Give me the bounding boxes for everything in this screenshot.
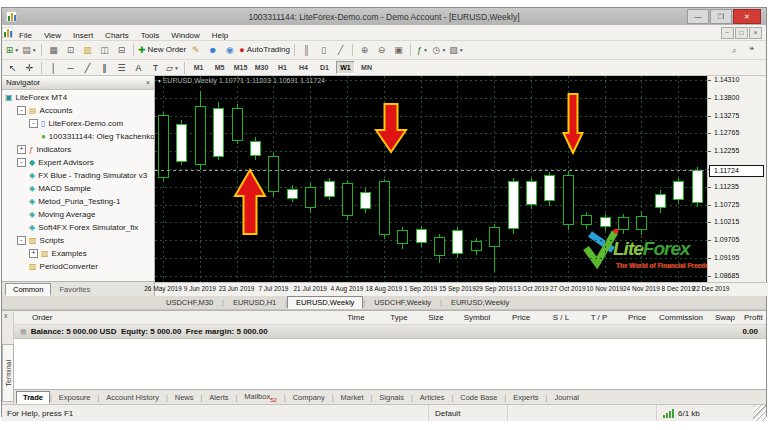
balance-row[interactable]: ▦ Balance: 5 000.00 USD Equity: 5 000.00… bbox=[14, 325, 766, 339]
chart-tab-usdchf-weekly[interactable]: USDCHF,Weekly bbox=[365, 296, 440, 309]
cursor-tool-button[interactable]: ↖ bbox=[5, 61, 20, 75]
templates-button[interactable]: ▧▼ bbox=[449, 43, 464, 57]
fibonacci-tool-button[interactable]: ☰ bbox=[114, 61, 129, 75]
terminal-tab-company[interactable]: Company bbox=[286, 391, 332, 404]
menu-file[interactable]: File bbox=[13, 31, 38, 40]
channel-tool-button[interactable]: ∥ bbox=[97, 61, 112, 75]
shapes-tool-button[interactable]: ▱▼ bbox=[165, 61, 180, 75]
terminal-column-time[interactable]: Time bbox=[332, 313, 380, 322]
terminal-tab-journal[interactable]: Journal bbox=[547, 391, 586, 404]
timeframe-m30-button[interactable]: M30 bbox=[252, 61, 271, 74]
new-chart-button[interactable]: ⊞▼ bbox=[5, 43, 20, 57]
terminal-column-tp[interactable]: T / P bbox=[580, 313, 618, 322]
zoom-out-button[interactable]: ⊖ bbox=[374, 43, 389, 57]
terminal-tab-alerts[interactable]: Alerts bbox=[202, 391, 235, 404]
chart-tab-eurusd-h1[interactable]: EURUSD,H1 bbox=[224, 296, 285, 309]
horizontal-line-tool-button[interactable]: ─ bbox=[63, 61, 78, 75]
expand-icon[interactable]: + bbox=[17, 145, 26, 154]
trendline-tool-button[interactable]: ╱ bbox=[80, 61, 95, 75]
crosshair-tool-button[interactable]: ✛ bbox=[22, 61, 37, 75]
menu-view[interactable]: View bbox=[38, 31, 67, 40]
terminal-tab-articles[interactable]: Articles bbox=[413, 391, 452, 404]
minimize-button[interactable]: — bbox=[687, 9, 709, 24]
chart-minimize-button[interactable]: − bbox=[721, 27, 734, 39]
terminal-tab-signals[interactable]: Signals bbox=[372, 391, 411, 404]
chart-tab-eurusd-weekly[interactable]: EURUSD,Weekly bbox=[442, 296, 518, 309]
chart-tab-eurusd-weekly[interactable]: EURUSD,Weekly bbox=[287, 296, 363, 309]
tree-item[interactable]: ◈MACD Sample bbox=[2, 182, 154, 195]
tree-item[interactable]: ▣LiteForex MT4 bbox=[2, 91, 154, 104]
terminal-tab-experts[interactable]: Experts bbox=[506, 391, 545, 404]
tree-item[interactable]: ◈Soft4FX Forex Simulator_fix bbox=[2, 221, 154, 234]
terminal-column-profit[interactable]: Profit bbox=[744, 313, 766, 322]
data-window-button[interactable]: ⊡ bbox=[63, 43, 78, 57]
tree-item[interactable]: -▨Scripts bbox=[2, 234, 154, 247]
strategy-tester-button[interactable]: ⊟ bbox=[114, 43, 129, 57]
title-bar[interactable]: 1003311144: LiteForex-Demo.com - Demo Ac… bbox=[2, 8, 766, 25]
tile-windows-button[interactable]: ▣ bbox=[391, 43, 406, 57]
navigator-tab-favorites[interactable]: Favorites bbox=[51, 283, 98, 296]
timeframe-d1-button[interactable]: D1 bbox=[315, 61, 334, 74]
candlestick-mode-button[interactable]: ▯ bbox=[316, 43, 331, 57]
collapse-icon[interactable]: - bbox=[17, 236, 26, 245]
resize-grip[interactable] bbox=[753, 405, 766, 421]
collapse-icon[interactable]: - bbox=[17, 158, 26, 167]
timeframe-h1-button[interactable]: H1 bbox=[273, 61, 292, 74]
menu-charts[interactable]: Charts bbox=[99, 31, 135, 40]
autotrading-button[interactable]: ●AutoTrading bbox=[239, 43, 290, 57]
tree-item[interactable]: -◆Expert Advisors bbox=[2, 156, 154, 169]
collapse-icon[interactable]: - bbox=[29, 119, 38, 128]
timeframe-m15-button[interactable]: M15 bbox=[231, 61, 250, 74]
terminal-column-symbol[interactable]: Symbol bbox=[454, 313, 500, 322]
chart-tab-usdchf-m30[interactable]: USDCHF,M30 bbox=[157, 296, 222, 309]
status-profile[interactable]: Default bbox=[428, 405, 507, 421]
price-axis[interactable]: 1.143101.138001.132751.127651.122551.112… bbox=[707, 76, 766, 283]
search-button[interactable]: ⌕ bbox=[727, 43, 742, 57]
terminal-tab-exposure[interactable]: Exposure bbox=[52, 391, 98, 404]
zoom-in-button[interactable]: ⊕ bbox=[357, 43, 372, 57]
navigator-toggle-button[interactable]: ▥ bbox=[80, 43, 95, 57]
vertical-line-tool-button[interactable]: │ bbox=[46, 61, 61, 75]
terminal-column-swap[interactable]: Swap bbox=[706, 313, 744, 322]
chart-restore-button[interactable]: □ bbox=[735, 27, 748, 39]
menu-insert[interactable]: Insert bbox=[67, 31, 99, 40]
navigator-tab-common[interactable]: Common bbox=[5, 283, 51, 296]
tree-item[interactable]: ◈Moving Average bbox=[2, 208, 154, 221]
terminal-column-price[interactable]: Price bbox=[618, 313, 656, 322]
label-tool-button[interactable]: T bbox=[148, 61, 163, 75]
terminal-column-type[interactable]: Type bbox=[380, 313, 418, 322]
tree-item[interactable]: -▤Accounts bbox=[2, 104, 154, 117]
terminal-tab-account-history[interactable]: Account History bbox=[99, 391, 166, 404]
line-chart-mode-button[interactable]: ╱ bbox=[333, 43, 348, 57]
chart-plot-area[interactable]: ▾ EURUSD,Weekly 1.10771 1.11803 1.10691 … bbox=[155, 76, 711, 284]
tree-item[interactable]: +ƒIndicators bbox=[2, 143, 154, 156]
profiles-button[interactable]: ▤▼ bbox=[22, 43, 37, 57]
indicators-list-button[interactable]: ƒ▼ bbox=[415, 43, 430, 57]
tree-item[interactable]: ◈FX Blue - Trading Simulator v3 bbox=[2, 169, 154, 182]
timeframe-m5-button[interactable]: M5 bbox=[210, 61, 229, 74]
bar-chart-mode-button[interactable]: ║ bbox=[299, 43, 314, 57]
collapse-icon[interactable]: - bbox=[17, 106, 26, 115]
terminal-toggle-button[interactable]: ◫ bbox=[97, 43, 112, 57]
close-button[interactable]: ✕ bbox=[733, 9, 761, 24]
navigator-close-icon[interactable]: × bbox=[146, 79, 150, 86]
terminal-column-order[interactable]: Order bbox=[14, 313, 332, 322]
tree-item[interactable]: ▨PeriodConverter bbox=[2, 260, 154, 273]
maximize-button[interactable]: ❐ bbox=[710, 9, 732, 24]
timeframe-mn-button[interactable]: MN bbox=[357, 61, 376, 74]
terminal-tab-trade[interactable]: Trade bbox=[16, 391, 50, 404]
text-tool-button[interactable]: A bbox=[131, 61, 146, 75]
chart-close-button[interactable]: × bbox=[749, 27, 762, 39]
expand-icon[interactable]: + bbox=[29, 249, 38, 258]
terminal-column-commission[interactable]: Commission bbox=[656, 313, 706, 322]
terminal-column-sl[interactable]: S / L bbox=[542, 313, 580, 322]
chat-button[interactable]: ❝ bbox=[744, 43, 759, 57]
terminal-close-icon[interactable]: x bbox=[4, 312, 8, 319]
tree-item[interactable]: ◈Metod_Puria_Testing-1 bbox=[2, 195, 154, 208]
market-watch-button[interactable]: ▦ bbox=[46, 43, 61, 57]
terminal-vertical-tab[interactable]: Terminal bbox=[2, 344, 14, 402]
timeframe-m1-button[interactable]: M1 bbox=[189, 61, 208, 74]
terminal-column-size[interactable]: Size bbox=[418, 313, 454, 322]
menu-window[interactable]: Window bbox=[165, 31, 205, 40]
terminal-tab-market[interactable]: Market bbox=[334, 391, 371, 404]
